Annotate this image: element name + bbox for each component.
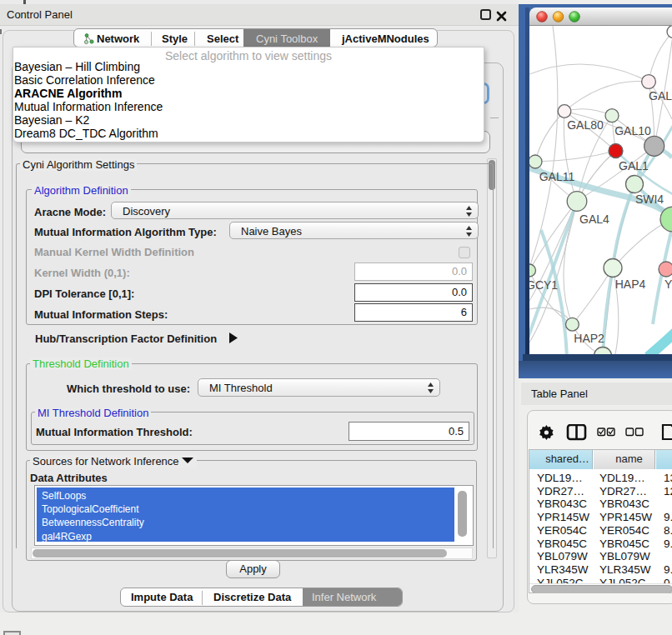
- svg-text:GCY1: GCY1: [529, 278, 558, 292]
- svg-text:GAL1: GAL1: [619, 159, 649, 172]
- svg-text:SWI4: SWI4: [635, 192, 664, 206]
- svg-text:GAL10: GAL10: [614, 124, 651, 138]
- svg-text:HAP2: HAP2: [574, 332, 604, 345]
- svg-text:Y: Y: [664, 278, 672, 291]
- svg-text:GAL4: GAL4: [579, 212, 609, 226]
- svg-text:GAL80: GAL80: [567, 118, 604, 132]
- svg-text:GAL11: GAL11: [539, 170, 575, 183]
- svg-text:GAL: GAL: [649, 89, 672, 102]
- svg-text:HAP4: HAP4: [615, 278, 646, 291]
